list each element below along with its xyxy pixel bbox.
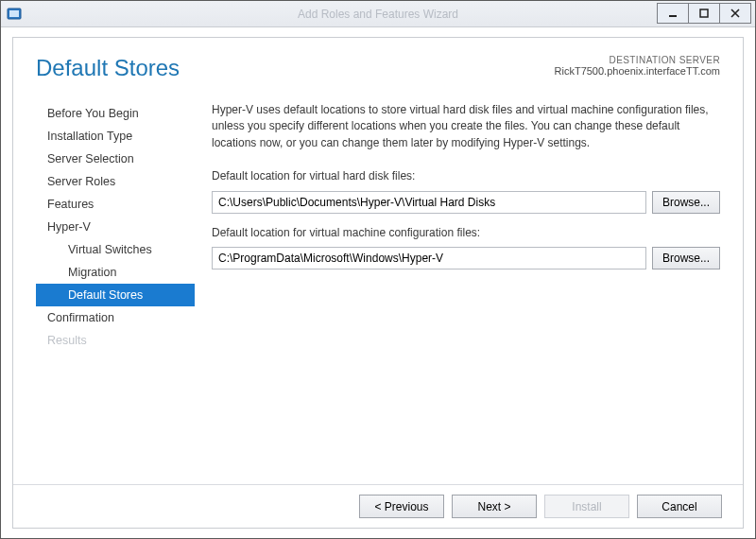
previous-button[interactable]: < Previous (359, 495, 444, 518)
page-body: Before You BeginInstallation TypeServer … (13, 102, 743, 484)
close-button[interactable] (719, 3, 751, 24)
minimize-button[interactable] (657, 3, 689, 24)
nav-item-virtual-switches[interactable]: Virtual Switches (36, 238, 195, 261)
vhd-location-input[interactable] (212, 191, 646, 214)
wizard-window: Add Roles and Features Wizard Default St… (0, 0, 756, 539)
install-button[interactable]: Install (544, 495, 629, 518)
intro-text: Hyper-V uses default locations to store … (212, 102, 720, 151)
vmcfg-browse-button[interactable]: Browse... (652, 247, 720, 270)
app-icon (7, 7, 22, 22)
destination-server: RickT7500.phoenix.interfaceTT.com (555, 65, 720, 77)
inner-panel: Default Stores DESTINATION SERVER RickT7… (12, 37, 744, 529)
window-title: Add Roles and Features Wizard (1, 8, 755, 21)
wizard-nav: Before You BeginInstallation TypeServer … (36, 102, 195, 477)
titlebar: Add Roles and Features Wizard (1, 1, 755, 27)
main-pane: Hyper-V uses default locations to store … (195, 102, 720, 477)
nav-item-installation-type[interactable]: Installation Type (36, 125, 195, 148)
wizard-footer: < Previous Next > Install Cancel (13, 484, 743, 528)
cancel-button[interactable]: Cancel (637, 495, 722, 518)
nav-item-before-you-begin[interactable]: Before You Begin (36, 102, 195, 125)
vhd-location-row: Browse... (212, 191, 720, 214)
nav-item-confirmation[interactable]: Confirmation (36, 306, 195, 329)
page-title: Default Stores (36, 55, 180, 81)
window-controls (658, 1, 755, 26)
nav-item-features[interactable]: Features (36, 193, 195, 216)
next-button[interactable]: Next > (452, 495, 537, 518)
destination-info: DESTINATION SERVER RickT7500.phoenix.int… (555, 55, 720, 77)
vmcfg-location-input[interactable] (212, 247, 646, 270)
content-wrapper: Default Stores DESTINATION SERVER RickT7… (1, 27, 755, 538)
vhd-location-label: Default location for virtual hard disk f… (212, 168, 720, 184)
svg-rect-3 (700, 9, 708, 17)
maximize-button[interactable] (688, 3, 720, 24)
vmcfg-location-label: Default location for virtual machine con… (212, 225, 720, 241)
vhd-browse-button[interactable]: Browse... (652, 191, 720, 214)
svg-rect-1 (9, 10, 19, 17)
nav-item-default-stores[interactable]: Default Stores (36, 284, 195, 306)
nav-item-server-selection[interactable]: Server Selection (36, 148, 195, 170)
nav-item-server-roles[interactable]: Server Roles (36, 170, 195, 193)
nav-item-migration[interactable]: Migration (36, 261, 195, 284)
destination-label: DESTINATION SERVER (555, 55, 720, 65)
nav-item-hyper-v[interactable]: Hyper-V (36, 216, 195, 238)
vmcfg-location-row: Browse... (212, 247, 720, 270)
nav-item-results: Results (36, 329, 195, 352)
svg-rect-2 (669, 15, 677, 17)
page-header: Default Stores DESTINATION SERVER RickT7… (13, 38, 743, 102)
